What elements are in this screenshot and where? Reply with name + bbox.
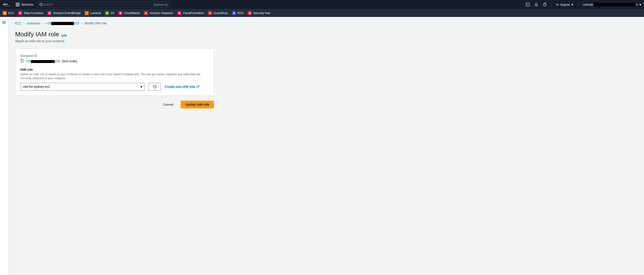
svg-text:aws: aws [3,3,8,6]
aws-logo[interactable]: aws [2,2,11,7]
rds-icon: ◆ [232,11,236,15]
info-link[interactable]: Info [62,34,67,37]
svg-rect-3 [526,3,530,6]
service-shortcut-rds[interactable]: ◆RDS [232,11,244,15]
service-shortcut-securityhub[interactable]: ◆Security Hub [248,11,270,15]
cloudwatch-icon: ◆ [118,11,122,15]
help-icon[interactable] [543,2,547,6]
breadcrumb-current: Modify IAM role [85,22,106,25]
redacted-id [31,60,55,63]
redacted-account [594,3,635,6]
iam-role-help: Select an IAM role to attach to your ins… [20,72,206,80]
global-nav: aws Services [Option+S] N. Virginia ▼ ro… [0,0,644,9]
svg-rect-6 [22,60,24,62]
breadcrumb: EC2 › Instances › i-08e28 › Modify IAM r… [15,22,637,25]
securityhub-icon: ◆ [248,11,252,15]
notifications-icon[interactable] [534,2,538,6]
create-iam-role-link[interactable]: Create new IAM role [165,85,200,88]
service-shortcut-guardduty[interactable]: ◆GuardDuty [208,11,228,15]
region-selector[interactable]: N. Virginia ▼ [556,3,574,6]
svg-line-2 [42,5,42,6]
refresh-icon [153,85,157,89]
update-iam-role-button[interactable]: Update IAM role [181,101,214,108]
eventbridge-icon: ◆ [48,11,52,15]
iam-role-panel: Instance ID i-08e28 (test-node) IAM role… [15,48,214,96]
instance-name: (test-node) [62,60,77,63]
chevron-right-icon: › [43,22,44,25]
global-search[interactable]: [Option+S] [37,1,170,8]
instance-id-label: Instance ID [20,54,209,58]
service-shortcut-s3[interactable]: ◆S3 [105,11,114,15]
services-menu[interactable]: Services [16,3,34,6]
breadcrumb-instance-id[interactable]: i-08e28 [46,22,79,25]
service-shortcut-ec2[interactable]: ◆EC2 [3,11,14,15]
page-title: Modify IAM role [15,31,59,38]
search-shortcut: [Option+S] [154,3,168,6]
ec2-icon: ◆ [3,11,7,15]
service-shortcut-cloudformation[interactable]: ◆CloudFormation [177,11,204,15]
search-input[interactable] [43,3,154,6]
external-link-icon [196,85,200,88]
iam-role-label: IAM role [20,68,209,71]
cloudshell-icon[interactable] [526,2,530,6]
chevron-right-icon: › [24,22,24,25]
search-icon [39,3,43,6]
breadcrumb-ec2[interactable]: EC2 [15,22,21,25]
account-menu[interactable]: rohini@3 ▼ [583,3,642,6]
service-shortcut-stepfunctions[interactable]: ◆Step Functions [18,11,43,15]
side-rail [0,17,8,275]
instance-id-link[interactable]: i-08e28 [26,60,60,63]
service-shortcuts-bar: ◆EC2 ◆Step Functions ◆Amazon EventBridge… [0,9,644,17]
breadcrumb-instances[interactable]: Instances [27,22,40,25]
service-shortcut-inspector[interactable]: ◆Amazon Inspector [144,11,173,15]
caret-down-icon: ▼ [571,3,574,6]
svg-point-1 [40,3,42,6]
inspector-icon: ◆ [144,11,148,15]
s3-icon: ◆ [105,11,109,15]
service-shortcut-lambda[interactable]: λLambda [85,11,101,15]
caret-down-icon: ▼ [639,3,642,6]
service-shortcut-eventbridge[interactable]: ◆Amazon EventBridge [48,11,80,15]
service-shortcut-cloudwatch[interactable]: ◆CloudWatch [118,11,140,15]
page-description: Attach an IAM role to your instance. [15,39,637,43]
page-header: Modify IAM role Info Attach an IAM role … [15,31,637,43]
guardduty-icon: ◆ [208,11,212,15]
stepfunctions-icon: ◆ [18,11,22,15]
redacted-id [51,22,74,25]
services-label: Services [21,3,34,6]
copy-icon[interactable] [20,59,24,63]
cancel-button[interactable]: Cancel [159,101,178,108]
sidebar-toggle[interactable] [2,20,6,275]
cloudformation-icon: ◆ [177,11,181,15]
lambda-icon: λ [85,11,89,15]
grid-icon [16,3,20,6]
form-actions: Cancel Update IAM role [15,101,214,108]
refresh-button[interactable] [148,83,161,90]
chevron-right-icon: › [81,22,82,25]
iam-role-select[interactable]: role-for-sydney-ec2 [20,83,144,90]
